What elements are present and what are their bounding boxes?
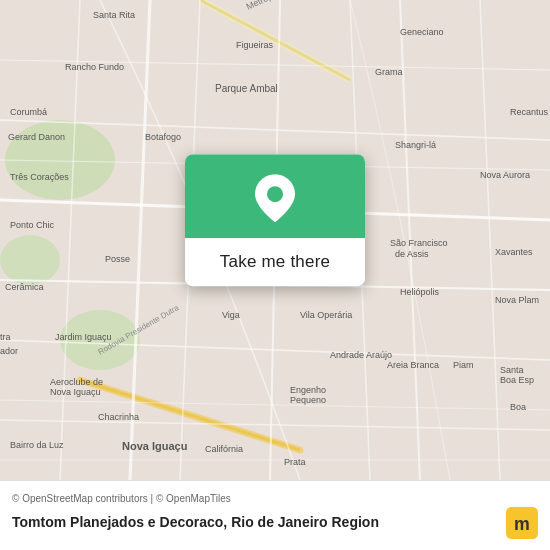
svg-text:Heliópolis: Heliópolis	[400, 287, 440, 297]
svg-text:Piam: Piam	[453, 360, 474, 370]
svg-text:Recantus: Recantus	[510, 107, 549, 117]
svg-text:de Assis: de Assis	[395, 249, 429, 259]
svg-text:Geneciano: Geneciano	[400, 27, 444, 37]
svg-text:Rancho Fundo: Rancho Fundo	[65, 62, 124, 72]
location-pin-icon	[255, 174, 295, 222]
svg-text:Nova Iguaçu: Nova Iguaçu	[122, 440, 187, 452]
svg-text:Prata: Prata	[284, 457, 306, 467]
svg-text:Chacrinha: Chacrinha	[98, 412, 139, 422]
svg-text:Nova Aurora: Nova Aurora	[480, 170, 530, 180]
svg-point-2	[0, 235, 60, 285]
svg-text:Califórnia: Califórnia	[205, 444, 243, 454]
place-title: Tomtom Planejados e Decoraco, Rio de Jan…	[12, 513, 379, 531]
svg-text:m: m	[514, 514, 530, 534]
map-attribution: © OpenStreetMap contributors | © OpenMap…	[12, 493, 538, 504]
svg-text:Xavantes: Xavantes	[495, 247, 533, 257]
svg-text:Nova Iguaçu: Nova Iguaçu	[50, 387, 101, 397]
svg-text:Shangri-lá: Shangri-lá	[395, 140, 436, 150]
svg-text:Gerard Danon: Gerard Danon	[8, 132, 65, 142]
svg-text:Aeroclube de: Aeroclube de	[50, 377, 103, 387]
svg-text:Nova Plam: Nova Plam	[495, 295, 539, 305]
svg-text:Ponto Chic: Ponto Chic	[10, 220, 55, 230]
svg-text:Santa: Santa	[500, 365, 524, 375]
svg-text:tra: tra	[0, 332, 11, 342]
svg-text:Jardim Iguaçu: Jardim Iguaçu	[55, 332, 112, 342]
svg-text:São Francisco: São Francisco	[390, 238, 448, 248]
svg-text:Três Corações: Três Corações	[10, 172, 69, 182]
svg-text:Figueiras: Figueiras	[236, 40, 274, 50]
svg-text:Vila Operária: Vila Operária	[300, 310, 352, 320]
svg-text:Corumbá: Corumbá	[10, 107, 47, 117]
svg-text:Parque Ambal: Parque Ambal	[215, 83, 278, 94]
svg-text:Viga: Viga	[222, 310, 240, 320]
svg-text:Botafogo: Botafogo	[145, 132, 181, 142]
popup-card: Take me there	[185, 154, 365, 286]
svg-text:Bairro da Luz: Bairro da Luz	[10, 440, 64, 450]
place-info-row: Tomtom Planejados e Decoraco, Rio de Jan…	[12, 507, 538, 539]
svg-text:ador: ador	[0, 346, 18, 356]
svg-text:Engenho: Engenho	[290, 385, 326, 395]
bottom-info-bar: © OpenStreetMap contributors | © OpenMap…	[0, 480, 550, 550]
moovit-logo: m	[506, 507, 538, 539]
svg-text:Grama: Grama	[375, 67, 403, 77]
svg-text:Areia Branca: Areia Branca	[387, 360, 439, 370]
svg-text:Pequeno: Pequeno	[290, 395, 326, 405]
svg-text:Posse: Posse	[105, 254, 130, 264]
map-container: Santa Rita Metropolitano Figueiras Genec…	[0, 0, 550, 480]
take-me-there-button[interactable]: Take me there	[185, 238, 365, 286]
svg-point-48	[267, 186, 283, 202]
svg-text:Cerâmica: Cerâmica	[5, 282, 44, 292]
popup-green-header	[185, 154, 365, 238]
moovit-icon: m	[506, 507, 538, 539]
svg-text:Andrade Araújo: Andrade Araújo	[330, 350, 392, 360]
svg-text:Santa Rita: Santa Rita	[93, 10, 135, 20]
svg-text:Boa Esp: Boa Esp	[500, 375, 534, 385]
svg-text:Boa: Boa	[510, 402, 526, 412]
